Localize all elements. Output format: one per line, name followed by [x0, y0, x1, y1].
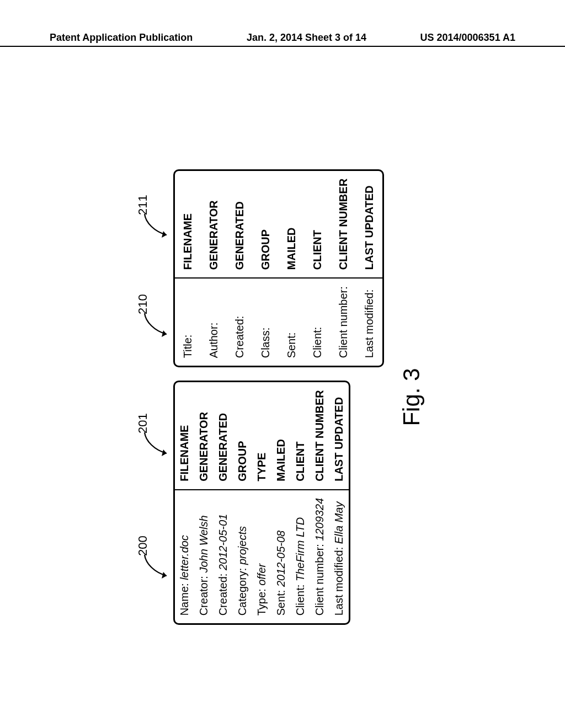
metadata-tag-cell: CLIENT NUMBER: [331, 171, 356, 278]
metadata-tag-cell: TYPE: [252, 382, 271, 489]
table-row: Title:FILENAME: [175, 171, 201, 366]
metadata-label-cell: Sent:: [279, 277, 305, 366]
metadata-label-cell: Author:: [201, 277, 227, 366]
ref-200-label: 200: [136, 536, 150, 556]
metadata-tag-cell: CLIENT: [291, 382, 310, 489]
metadata-label-cell: Client number: 1209324: [310, 489, 329, 624]
figure-caption: Fig. 3: [398, 368, 425, 426]
metadata-label-value: John Welsh: [198, 515, 210, 572]
metadata-label-value: TheFirm LTD: [294, 517, 306, 581]
figure-area: 200 201: [0, 77, 565, 629]
ref-row: 200 201: [140, 149, 173, 645]
table-row: Client: TheFirm LTDCLIENT: [291, 382, 310, 623]
table-row: Sent:MAILED: [279, 171, 305, 366]
table-row: Type: offerTYPE: [252, 382, 271, 623]
metadata-label-cell: Category: projects: [233, 489, 252, 624]
table-row: Created:GENERATED: [227, 171, 253, 366]
ref-210-label: 210: [136, 294, 150, 314]
metadata-label-cell: Client:: [305, 277, 331, 366]
metadata-label-cell: Sent: 2012-05-08: [271, 489, 291, 624]
page: Patent Application Publication Jan. 2, 2…: [0, 0, 565, 728]
metadata-label-value: letter.doc: [178, 535, 190, 580]
metadata-tag-cell: GROUP: [253, 171, 279, 278]
metadata-tag-cell: GENERATED: [227, 171, 253, 278]
metadata-label-prefix: Type:: [255, 586, 268, 615]
metadata-label-value: 2012-05-08: [275, 531, 287, 587]
table-row: Last modified: Ella MayLAST UPDATED: [329, 382, 349, 623]
metadata-label-prefix: Category:: [236, 565, 248, 615]
table-row: Sent: 2012-05-08MAILED: [271, 382, 291, 623]
metadata-label-prefix: Last modified:: [333, 544, 345, 615]
metadata-tag-cell: GENERATED: [214, 382, 233, 489]
rotated-figure: 200 201: [140, 149, 425, 645]
table-row: Name: letter.docFILENAME: [175, 382, 194, 623]
header-right: US 2014/0006351 A1: [420, 32, 515, 44]
svg-marker-1: [162, 449, 167, 456]
ref-200: 200: [138, 542, 173, 580]
metadata-tag-cell: FILENAME: [175, 171, 201, 278]
metadata-label-prefix: Creator:: [198, 573, 210, 616]
table-row: Client number:CLIENT NUMBER: [331, 171, 356, 366]
metadata-label-cell: Type: offer: [252, 489, 271, 624]
metadata-label-cell: Name: letter.doc: [175, 489, 194, 624]
ref-211: 211: [138, 201, 173, 239]
table-row: Author:GENERATOR: [201, 171, 227, 366]
metadata-label-value: Ella May: [333, 502, 345, 544]
table-row: Client number: 1209324CLIENT NUMBER: [310, 382, 329, 623]
metadata-tag-cell: GROUP: [233, 382, 252, 489]
metadata-label-prefix: Client number:: [313, 541, 326, 616]
table-b: Title:FILENAMEAuthor:GENERATORCreated:GE…: [173, 169, 384, 368]
table-row: Class:GROUP: [253, 171, 279, 366]
metadata-tag-cell: LAST UPDATED: [329, 382, 349, 489]
svg-marker-0: [162, 572, 167, 579]
metadata-tag-cell: GENERATOR: [194, 382, 214, 489]
table-row: Client:CLIENT: [305, 171, 331, 366]
table-a: Name: letter.docFILENAMECreator: John We…: [173, 381, 350, 625]
metadata-tag-cell: MAILED: [271, 382, 291, 489]
metadata-label-cell: Created: 2012-05-01: [214, 489, 233, 624]
header-left: Patent Application Publication: [50, 32, 193, 44]
metadata-label-value: offer: [255, 564, 268, 586]
metadata-label-value: 2012-05-01: [217, 514, 229, 570]
metadata-label-cell: Created:: [227, 277, 253, 366]
metadata-label-value: projects: [236, 526, 248, 565]
svg-marker-3: [162, 231, 167, 238]
diagram: 200 201: [140, 149, 425, 645]
metadata-tag-cell: CLIENT NUMBER: [310, 382, 329, 489]
metadata-label-value: 1209324: [313, 498, 326, 541]
svg-marker-2: [162, 330, 167, 337]
metadata-tag-cell: LAST UPDATED: [356, 171, 382, 278]
ref-210: 210: [138, 300, 173, 339]
metadata-tag-cell: FILENAME: [175, 382, 194, 489]
metadata-label-cell: Title:: [175, 277, 201, 366]
table-row: Creator: John WelshGENERATOR: [194, 382, 214, 623]
page-header: Patent Application Publication Jan. 2, 2…: [0, 32, 565, 47]
metadata-label-cell: Last modified: Ella May: [329, 489, 349, 624]
tables-row: Name: letter.docFILENAMECreator: John We…: [173, 169, 384, 625]
metadata-label-cell: Creator: John Welsh: [194, 489, 214, 624]
metadata-label-cell: Client: TheFirm LTD: [291, 489, 310, 624]
header-center: Jan. 2, 2014 Sheet 3 of 14: [247, 32, 366, 44]
metadata-label-cell: Client number:: [331, 277, 356, 366]
metadata-label-cell: Last modified:: [356, 277, 382, 366]
metadata-tag-cell: MAILED: [279, 171, 305, 278]
metadata-label-prefix: Name:: [178, 580, 190, 615]
ref-201-label: 201: [136, 413, 150, 433]
table-row: Last modified:LAST UPDATED: [356, 171, 382, 366]
metadata-label-prefix: Client:: [294, 581, 306, 615]
table-row: Category: projectsGROUP: [233, 382, 252, 623]
metadata-label-prefix: Created:: [217, 570, 229, 615]
metadata-label-prefix: Sent:: [275, 587, 287, 615]
metadata-tag-cell: GENERATOR: [201, 171, 227, 278]
ref-211-label: 211: [136, 195, 150, 215]
metadata-label-cell: Class:: [253, 277, 279, 366]
metadata-tag-cell: CLIENT: [305, 171, 331, 278]
table-row: Created: 2012-05-01GENERATED: [214, 382, 233, 623]
ref-201: 201: [138, 419, 173, 458]
